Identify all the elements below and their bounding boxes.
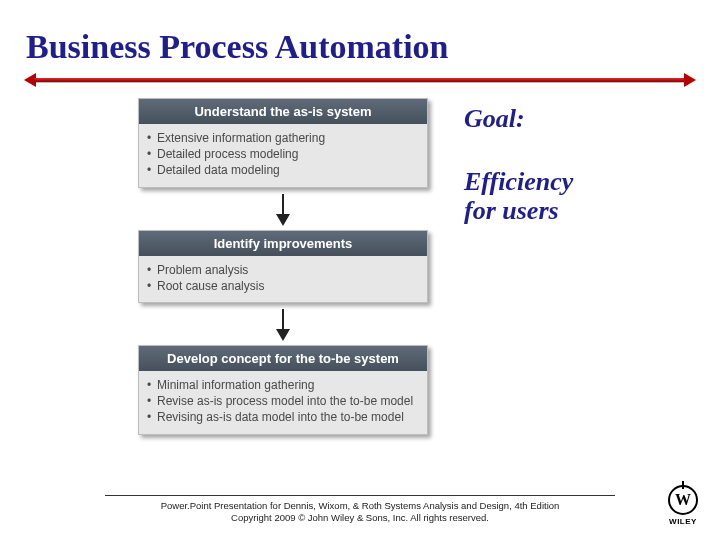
goal-text-line: Efficiency [464, 167, 573, 196]
rule-line [34, 78, 686, 82]
bullet-item: •Revise as-is process model into the to-… [147, 393, 419, 409]
footer-line-2: Copyright 2009 © John Wiley & Sons, Inc.… [0, 512, 720, 524]
footer-rule [105, 495, 615, 496]
arrow-down-icon [276, 194, 290, 226]
block-body: •Minimal information gathering •Revise a… [139, 371, 427, 434]
block-header: Identify improvements [139, 231, 427, 256]
bullet-text: Extensive information gathering [157, 130, 325, 146]
block-body: •Extensive information gathering •Detail… [139, 124, 427, 187]
goal-text-line: for users [464, 196, 559, 225]
bullet-text: Revising as-is data model into the to-be… [157, 409, 404, 425]
goal-label: Goal: [464, 104, 573, 134]
bullet-item: •Problem analysis [147, 262, 419, 278]
block-identify: Identify improvements •Problem analysis … [138, 230, 428, 303]
bullet-text: Minimal information gathering [157, 377, 314, 393]
block-header: Develop concept for the to-be system [139, 346, 427, 371]
bullet-item: •Root cause analysis [147, 278, 419, 294]
block-body: •Problem analysis •Root cause analysis [139, 256, 427, 302]
arrow-down-icon [276, 309, 290, 341]
goal-column: Goal: Efficiency for users [464, 98, 573, 435]
footer-line-1: Power.Point Presentation for Dennis, Wix… [0, 500, 720, 512]
bullet-item: •Minimal information gathering [147, 377, 419, 393]
block-header: Understand the as-is system [139, 99, 427, 124]
arrow-right-icon [684, 73, 696, 87]
content-area: Understand the as-is system •Extensive i… [0, 98, 720, 435]
bullet-text: Revise as-is process model into the to-b… [157, 393, 413, 409]
goal-text: Efficiency for users [464, 168, 573, 225]
slide-title: Business Process Automation [0, 0, 720, 72]
bullet-text: Problem analysis [157, 262, 248, 278]
bullet-item: •Extensive information gathering [147, 130, 419, 146]
block-understand: Understand the as-is system •Extensive i… [138, 98, 428, 188]
bullet-text: Detailed data modeling [157, 162, 280, 178]
slide-footer: Power.Point Presentation for Dennis, Wix… [0, 495, 720, 524]
block-develop: Develop concept for the to-be system •Mi… [138, 345, 428, 435]
process-column: Understand the as-is system •Extensive i… [138, 98, 428, 435]
title-underline [26, 72, 694, 90]
wiley-mark-icon: W [668, 485, 698, 515]
bullet-text: Root cause analysis [157, 278, 264, 294]
bullet-text: Detailed process modeling [157, 146, 298, 162]
wiley-logo: W WILEY [668, 485, 698, 526]
bullet-item: •Revising as-is data model into the to-b… [147, 409, 419, 425]
wiley-mark-letter: W [675, 491, 691, 509]
bullet-item: •Detailed data modeling [147, 162, 419, 178]
wiley-wordmark: WILEY [669, 517, 697, 526]
bullet-item: •Detailed process modeling [147, 146, 419, 162]
